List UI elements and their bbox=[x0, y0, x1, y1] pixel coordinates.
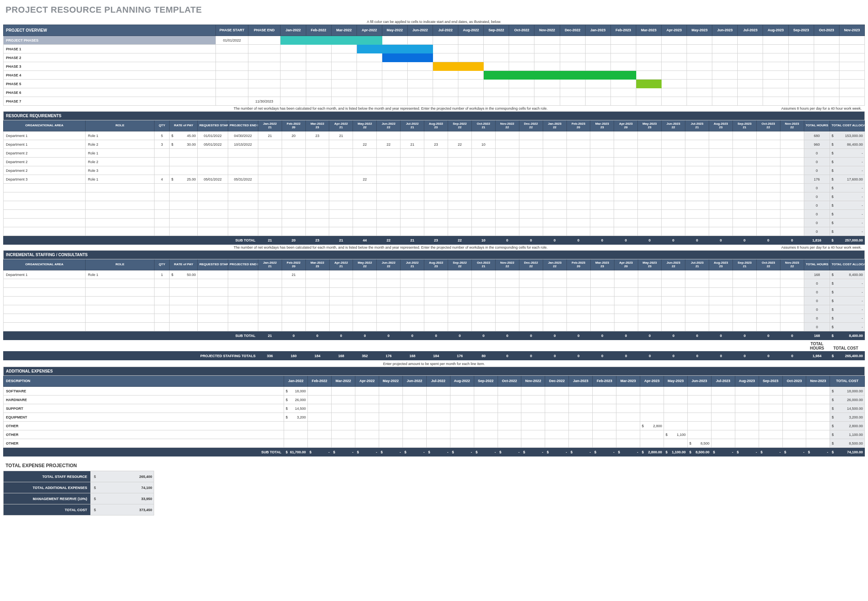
workday-cell[interactable] bbox=[543, 184, 567, 192]
workday-cell[interactable] bbox=[780, 297, 804, 305]
workday-cell[interactable] bbox=[424, 270, 448, 279]
workday-cell[interactable] bbox=[305, 297, 329, 305]
gantt-cell[interactable] bbox=[636, 36, 661, 45]
workday-cell[interactable] bbox=[471, 219, 495, 227]
workday-cell[interactable] bbox=[329, 175, 353, 184]
workday-cell[interactable] bbox=[448, 184, 472, 192]
expense-cell[interactable] bbox=[284, 422, 308, 430]
workday-cell[interactable] bbox=[662, 227, 685, 236]
expense-cell[interactable] bbox=[450, 430, 474, 439]
gantt-cell[interactable] bbox=[712, 45, 738, 53]
gantt-cell[interactable] bbox=[788, 80, 814, 88]
gantt-cell[interactable] bbox=[763, 53, 788, 62]
workday-cell[interactable] bbox=[258, 175, 282, 184]
gantt-cell[interactable] bbox=[662, 97, 687, 106]
workday-cell[interactable] bbox=[472, 288, 496, 297]
workday-cell[interactable] bbox=[305, 175, 329, 184]
workday-cell[interactable] bbox=[590, 305, 614, 314]
workday-cell[interactable] bbox=[377, 297, 401, 305]
workday-cell[interactable] bbox=[448, 201, 472, 210]
workday-cell[interactable] bbox=[448, 305, 472, 314]
role-cell[interactable]: Role 1 bbox=[86, 270, 155, 279]
workday-cell[interactable] bbox=[329, 288, 353, 297]
org-cell[interactable] bbox=[4, 314, 86, 323]
workday-cell[interactable] bbox=[756, 158, 780, 166]
rate-cell[interactable] bbox=[170, 192, 198, 201]
workday-cell[interactable] bbox=[733, 297, 757, 305]
gantt-cell[interactable] bbox=[788, 36, 814, 45]
expense-cell[interactable] bbox=[332, 396, 355, 404]
expense-desc[interactable]: SOFTWARE bbox=[4, 387, 284, 396]
gantt-cell[interactable] bbox=[331, 45, 357, 53]
role-cell[interactable] bbox=[86, 297, 155, 305]
gantt-cell[interactable] bbox=[788, 71, 814, 80]
gantt-cell[interactable] bbox=[585, 53, 610, 62]
workday-cell[interactable] bbox=[258, 201, 282, 210]
workday-cell[interactable] bbox=[519, 149, 543, 158]
workday-cell[interactable] bbox=[471, 158, 495, 166]
expense-cell[interactable] bbox=[521, 387, 545, 396]
workday-cell[interactable] bbox=[495, 184, 519, 192]
gantt-cell[interactable] bbox=[585, 36, 610, 45]
gantt-cell[interactable] bbox=[458, 45, 484, 53]
workday-cell[interactable] bbox=[377, 201, 401, 210]
expense-cell[interactable] bbox=[545, 387, 569, 396]
workday-cell[interactable] bbox=[519, 305, 543, 314]
gantt-cell[interactable] bbox=[534, 71, 560, 80]
expense-cell[interactable] bbox=[379, 404, 403, 413]
workday-cell[interactable] bbox=[258, 158, 282, 166]
workday-cell[interactable] bbox=[353, 149, 377, 158]
rate-cell[interactable] bbox=[170, 219, 198, 227]
workday-cell[interactable]: 21 bbox=[329, 131, 353, 140]
gantt-cell[interactable] bbox=[306, 53, 331, 62]
expense-cell[interactable] bbox=[593, 404, 616, 413]
workday-cell[interactable] bbox=[496, 270, 519, 279]
workday-cell[interactable] bbox=[662, 297, 685, 305]
workday-cell[interactable] bbox=[282, 279, 305, 288]
workday-cell[interactable] bbox=[377, 314, 401, 323]
expense-cell[interactable] bbox=[521, 422, 545, 430]
workday-cell[interactable] bbox=[614, 314, 638, 323]
org-cell[interactable] bbox=[4, 201, 86, 210]
workday-cell[interactable] bbox=[662, 305, 685, 314]
workday-cell[interactable] bbox=[282, 184, 305, 192]
workday-cell[interactable] bbox=[401, 227, 424, 236]
role-cell[interactable] bbox=[86, 323, 155, 331]
gantt-cell[interactable] bbox=[306, 45, 331, 53]
workday-cell[interactable] bbox=[448, 279, 472, 288]
gantt-cell[interactable] bbox=[712, 97, 738, 106]
workday-cell[interactable] bbox=[401, 184, 424, 192]
gantt-cell[interactable] bbox=[636, 97, 661, 106]
gantt-cell[interactable] bbox=[280, 71, 306, 80]
workday-cell[interactable] bbox=[519, 184, 543, 192]
expense-cell[interactable] bbox=[711, 387, 735, 396]
expense-cell[interactable] bbox=[498, 396, 521, 404]
workday-cell[interactable] bbox=[377, 305, 401, 314]
workday-cell[interactable] bbox=[424, 288, 448, 297]
workday-cell[interactable] bbox=[590, 166, 614, 175]
workday-cell[interactable] bbox=[543, 131, 567, 140]
org-cell[interactable]: Department 2 bbox=[4, 149, 86, 158]
gantt-cell[interactable] bbox=[814, 88, 839, 97]
workday-cell[interactable] bbox=[495, 131, 519, 140]
workday-cell[interactable] bbox=[709, 149, 733, 158]
phase-end[interactable]: 11/30/2023 bbox=[248, 97, 280, 106]
workday-cell[interactable] bbox=[519, 158, 543, 166]
gantt-cell[interactable] bbox=[484, 97, 509, 106]
workday-cell[interactable] bbox=[733, 149, 756, 158]
expense-cell[interactable] bbox=[782, 422, 806, 430]
workday-cell[interactable] bbox=[353, 210, 377, 219]
gantt-cell[interactable] bbox=[839, 53, 864, 62]
workday-cell[interactable] bbox=[733, 219, 756, 227]
workday-cell[interactable] bbox=[329, 219, 353, 227]
expense-cell[interactable] bbox=[545, 413, 569, 422]
qty-cell[interactable] bbox=[155, 158, 170, 166]
expense-cell[interactable] bbox=[426, 439, 450, 448]
gantt-cell[interactable] bbox=[687, 88, 712, 97]
expense-cell[interactable] bbox=[545, 404, 569, 413]
qty-cell[interactable] bbox=[155, 219, 170, 227]
org-cell[interactable] bbox=[4, 210, 86, 219]
workday-cell[interactable] bbox=[329, 166, 353, 175]
expense-cell[interactable] bbox=[593, 422, 616, 430]
workday-cell[interactable] bbox=[756, 140, 780, 149]
